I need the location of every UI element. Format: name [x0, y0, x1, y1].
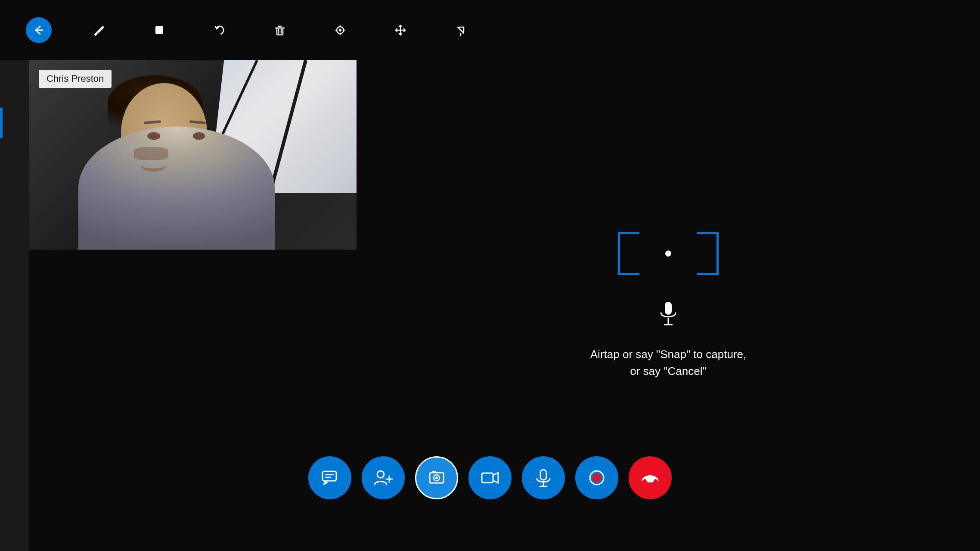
- snap-bracket: [618, 232, 719, 275]
- sidebar: [0, 60, 29, 551]
- microphone-button[interactable]: [522, 456, 565, 499]
- svg-line-15: [458, 27, 464, 33]
- snap-instruction: Airtap or say "Snap" to capture, or say …: [590, 346, 746, 380]
- sidebar-active-indicator: [0, 108, 3, 138]
- eye-left: [147, 132, 160, 140]
- bracket-right: [697, 232, 719, 275]
- svg-point-37: [592, 474, 601, 482]
- bracket-left: [618, 232, 639, 275]
- svg-point-25: [377, 471, 384, 478]
- svg-point-30: [435, 477, 438, 479]
- delete-button[interactable]: [267, 17, 293, 43]
- video-feed: Chris Preston: [29, 60, 357, 250]
- svg-rect-19: [665, 302, 672, 315]
- undo-button[interactable]: [207, 17, 233, 43]
- participant-name-tag: Chris Preston: [39, 70, 112, 88]
- mouth: [140, 159, 166, 172]
- microphone-icon: [657, 301, 679, 329]
- svg-rect-2: [277, 28, 283, 35]
- video-placeholder: [29, 60, 357, 250]
- svg-rect-32: [482, 473, 493, 483]
- move-button[interactable]: [388, 17, 413, 43]
- add-participant-button[interactable]: [362, 456, 405, 499]
- pin-button[interactable]: [448, 17, 474, 43]
- svg-rect-33: [540, 470, 546, 480]
- svg-rect-22: [323, 471, 336, 481]
- video-button[interactable]: [468, 456, 512, 499]
- record-button[interactable]: [575, 456, 618, 499]
- controls-bar: [0, 456, 980, 499]
- stop-button[interactable]: [146, 17, 172, 43]
- snap-dot: [665, 251, 671, 257]
- pen-button[interactable]: [86, 17, 112, 43]
- svg-line-0: [100, 28, 102, 30]
- toolbar: [0, 0, 980, 60]
- svg-rect-1: [155, 26, 163, 34]
- end-call-button[interactable]: [629, 456, 672, 499]
- svg-point-8: [339, 29, 341, 31]
- svg-rect-31: [432, 471, 436, 473]
- chat-button[interactable]: [308, 456, 351, 499]
- back-button[interactable]: [26, 17, 52, 43]
- person-body: [78, 127, 275, 250]
- target-button[interactable]: [327, 17, 353, 43]
- beard: [134, 147, 168, 160]
- screenshot-button[interactable]: [415, 456, 458, 499]
